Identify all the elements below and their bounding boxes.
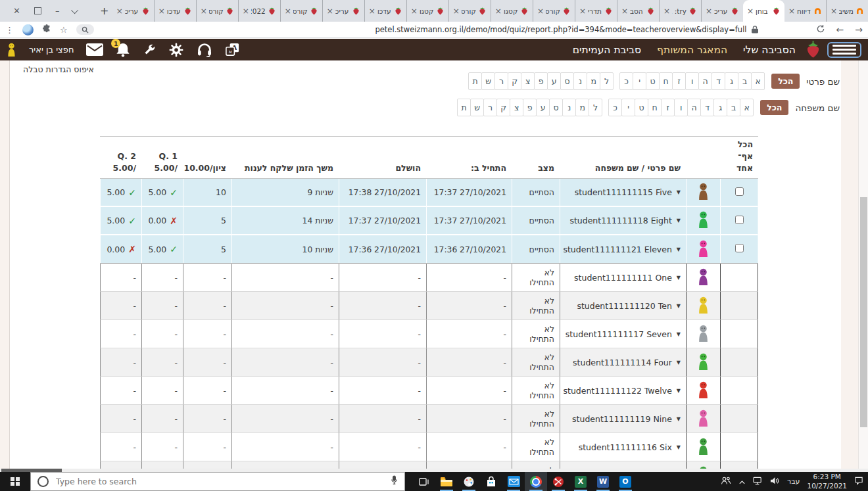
new-tab-button[interactable]: + <box>97 0 112 22</box>
taskbar-app-file-explorer[interactable] <box>435 472 458 491</box>
letter-filter[interactable]: ב <box>738 72 752 90</box>
tab-close-icon[interactable]: × <box>453 7 460 15</box>
letter-filter[interactable]: ע <box>547 72 561 90</box>
letter-filter[interactable]: ק <box>496 99 510 116</box>
letter-filter[interactable]: נ <box>562 99 576 116</box>
select-all-link[interactable]: הכל <box>725 139 753 151</box>
browser-tab[interactable]: ×קורס <box>280 0 322 22</box>
browser-tab[interactable]: ×try: ב <box>659 0 701 22</box>
row-checkbox[interactable] <box>735 216 744 224</box>
letter-filter[interactable]: פ <box>523 99 537 116</box>
tab-close-icon[interactable]: × <box>663 7 670 15</box>
sort-grade-link[interactable]: ציון/10.00 <box>183 163 226 173</box>
back-arrow-icon[interactable]: ← <box>836 24 844 35</box>
browser-tab[interactable]: ×קטגו <box>491 0 533 22</box>
row-menu-caret-icon[interactable]: ▼ <box>677 275 681 281</box>
tab-close-icon[interactable]: × <box>201 7 207 15</box>
network-icon[interactable] <box>753 475 763 488</box>
letter-filter[interactable]: ע <box>536 99 550 116</box>
letter-filter[interactable]: ח <box>659 72 673 90</box>
student-avatar[interactable] <box>697 335 710 344</box>
row-checkbox[interactable] <box>735 187 744 196</box>
user-name[interactable]: חפצי בן יאיר <box>29 45 74 55</box>
browser-menu-icon[interactable]: ⋮ <box>5 25 14 35</box>
vertical-scrollbar[interactable] <box>858 60 868 469</box>
nav-my-environment[interactable]: הסביבה שלי <box>743 44 796 56</box>
student-avatar[interactable] <box>697 250 710 260</box>
start-button[interactable] <box>0 472 30 491</box>
q1-label[interactable]: Q. 1 <box>147 151 178 162</box>
letter-filter[interactable]: ק <box>508 72 521 90</box>
sort-name-link[interactable]: שם פרטי / שם משפחה <box>595 163 681 173</box>
search-input[interactable] <box>55 476 385 487</box>
student-avatar[interactable] <box>697 448 710 457</box>
tab-close-icon[interactable]: × <box>116 7 123 15</box>
student-name[interactable]: student111111115 Five <box>575 187 672 197</box>
browser-tab[interactable]: ×2022 <box>238 0 280 22</box>
tab-close-icon[interactable]: × <box>158 7 165 15</box>
student-name[interactable]: student111111111 One <box>574 273 672 283</box>
student-name[interactable]: student111111118 Eight <box>569 216 671 225</box>
taskbar-clock[interactable]: 6:23 PM 10/27/2021 <box>807 473 847 490</box>
sort-completed-link[interactable]: הושלם <box>395 163 421 173</box>
microphone-icon[interactable] <box>391 475 398 488</box>
tab-close-icon[interactable]: × <box>369 7 375 15</box>
letter-filter[interactable]: ל <box>589 99 602 116</box>
letter-filter[interactable]: א <box>740 99 754 116</box>
tab-close-icon[interactable]: × <box>243 7 249 15</box>
url-text[interactable]: petel.stweizmann.org.il/demo/mod/quiz/re… <box>375 25 746 34</box>
letter-filter[interactable]: ר <box>494 72 508 90</box>
browser-tab[interactable]: ×הסב <box>617 0 659 22</box>
row-checkbox[interactable] <box>735 244 744 252</box>
browser-tab[interactable]: ×קטגו <box>406 0 448 22</box>
tab-close-icon[interactable]: × <box>495 7 502 15</box>
last-name-all-button[interactable]: הכל <box>760 100 788 115</box>
browser-tab[interactable]: ×דיווח <box>784 0 826 22</box>
browser-tab[interactable]: ×עריכ <box>701 0 743 22</box>
browser-tab[interactable]: ×עדכו <box>364 0 406 22</box>
student-name[interactable]: student111111117 Seven <box>566 329 672 339</box>
student-name[interactable]: student111111114 Four <box>573 358 672 367</box>
letter-filter[interactable]: ל <box>600 72 614 90</box>
browser-tab[interactable]: ×בוחן <box>743 0 784 22</box>
window-close-icon[interactable]: ✕ <box>13 7 20 15</box>
taskbar-app-task-view[interactable] <box>413 472 435 491</box>
reset-table-settings-link[interactable]: איפוס הגדרות טבלה <box>23 64 94 74</box>
letter-filter[interactable]: ב <box>727 99 740 116</box>
tools-wrench-icon[interactable] <box>143 43 156 57</box>
bookmark-star-icon[interactable]: ☆ <box>60 25 68 35</box>
letter-filter[interactable]: צ <box>510 99 523 116</box>
letter-filter[interactable]: ש <box>470 99 484 116</box>
letter-filter[interactable]: ט <box>646 72 660 90</box>
browser-tab[interactable]: ×עדכו <box>154 0 196 22</box>
letter-filter[interactable]: ס <box>560 72 574 90</box>
tab-close-icon[interactable]: × <box>621 7 628 15</box>
strawberry-logo-icon[interactable] <box>805 41 821 58</box>
browser-tab[interactable]: ×משיב <box>826 0 868 22</box>
row-menu-caret-icon[interactable]: ▼ <box>677 246 681 252</box>
letter-filter[interactable]: ס <box>549 99 563 116</box>
letter-filter[interactable]: ר <box>483 99 497 116</box>
student-avatar[interactable] <box>697 391 710 401</box>
student-avatar[interactable] <box>697 419 710 429</box>
letter-filter[interactable]: מ <box>575 99 589 116</box>
letter-filter[interactable]: ד <box>711 72 725 90</box>
letter-filter[interactable]: ה <box>687 99 701 116</box>
tab-close-icon[interactable]: × <box>831 7 837 15</box>
student-avatar[interactable] <box>697 363 710 373</box>
forward-arrow-icon[interactable]: → <box>855 24 863 35</box>
tray-chevron-up-icon[interactable] <box>738 475 746 488</box>
window-restore-icon[interactable] <box>34 7 41 14</box>
letter-filter[interactable]: מ <box>587 72 600 90</box>
zoom-indicator[interactable] <box>76 24 94 35</box>
reload-icon[interactable] <box>816 24 825 35</box>
student-name[interactable]: student111111121 Eleven <box>563 245 671 254</box>
translate-icon[interactable]: Aא <box>225 42 240 57</box>
keyboard-language-indicator[interactable]: עבר <box>787 477 800 486</box>
sort-started-link[interactable]: התחיל ב: <box>471 163 506 173</box>
tab-close-icon[interactable]: × <box>706 7 712 15</box>
letter-filter[interactable]: א <box>751 72 765 90</box>
tab-close-icon[interactable]: × <box>285 7 291 15</box>
q2-label[interactable]: Q. 2 <box>105 151 136 162</box>
volume-icon[interactable] <box>770 475 780 488</box>
